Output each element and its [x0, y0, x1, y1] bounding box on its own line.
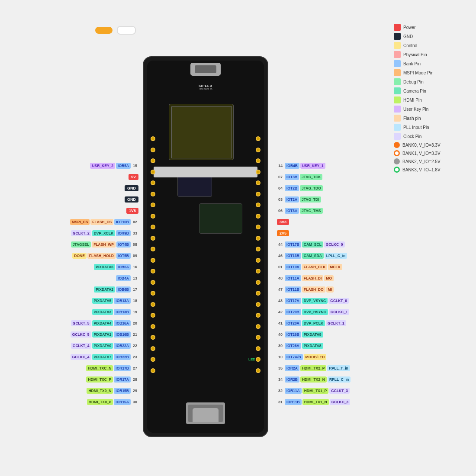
title-area	[95, 26, 381, 35]
left-pin-label-12-1: IOB13A	[114, 298, 131, 304]
title-tang	[95, 27, 113, 34]
left-pin-label-14-0: GCLKT_5	[71, 320, 91, 326]
left-pin-label-4-0: 1V8	[126, 208, 138, 214]
right-pin-hole-5	[256, 192, 261, 196]
right-pin-label-18-0: IOR2A	[285, 365, 299, 371]
left-pin-num-5: 02	[132, 220, 138, 224]
left-pin-hole-7	[151, 214, 155, 219]
left-pin-label-6-0: GCLKT_2	[71, 230, 91, 236]
right-pin-label-17-0: IOT7A/B	[285, 354, 303, 360]
legend-label-12: Clock Pin	[403, 134, 421, 139]
right-pin-label-13-2: GCLKC_1	[329, 309, 350, 315]
left-pin-hole-21	[151, 368, 155, 373]
right-pin-holes	[256, 136, 261, 373]
memory-chip	[199, 203, 242, 234]
right-pin-hole-20	[256, 357, 261, 362]
legend-color-box-11	[394, 124, 401, 131]
right-pin-label-3-0: IOT2A	[285, 196, 299, 203]
left-pin-num-9: 16	[132, 265, 138, 269]
left-pin-hole-18	[151, 335, 155, 340]
title-pinout	[117, 26, 136, 35]
right-pin-num-15: 40	[277, 332, 284, 337]
legend-label-0: Power	[403, 25, 415, 30]
left-pin-label-17-1: PIXDATA7	[92, 354, 113, 360]
right-pin-label-4-1: JTAG_TMS	[300, 208, 323, 214]
left-pin-label-19-1: IOR17A	[114, 376, 131, 383]
right-pin-label-13-0: IOT20B	[285, 309, 301, 315]
legend-item-0: Power	[394, 24, 470, 31]
left-pin-hole-2	[151, 158, 155, 163]
left-pin-row-1: 5V	[4, 171, 138, 183]
right-pin-label-21-0: IOR11B	[285, 399, 302, 405]
right-pin-hole-7	[256, 214, 261, 219]
legend-label-2: Control	[403, 43, 417, 48]
right-pin-label-4-0: IOT3A	[285, 208, 299, 214]
legend-label-6: Debug Pin	[403, 80, 424, 84]
left-pin-label-16-2: IOB22A	[114, 343, 131, 349]
left-pin-hole-15	[151, 302, 155, 307]
legend-color-box-12	[394, 133, 401, 140]
left-pin-label-7-1: FLASH_WP	[92, 241, 116, 248]
right-pin-hole-8	[256, 225, 261, 229]
left-pin-row-14: GCLKT_5PIXDATA4IOB16A20	[4, 318, 138, 329]
left-pin-hole-0	[151, 136, 155, 141]
legend-item-2: Control	[394, 42, 470, 49]
legend-color-box-7	[394, 87, 401, 94]
hdmi-connector	[186, 402, 225, 424]
right-pin-label-18-1: HDMI_TX2_P	[300, 365, 326, 371]
right-pin-num-20: 32	[277, 389, 284, 393]
right-pin-label-21-2: GCLKC_3	[330, 399, 351, 405]
left-pin-hole-4	[151, 180, 155, 185]
left-pin-num-19: 28	[132, 377, 138, 382]
left-pin-label-0-0: USR_KEY_2	[90, 163, 115, 169]
right-pin-label-9-2: MCLK	[328, 264, 342, 270]
right-pin-hole-17	[256, 324, 261, 329]
right-pin-num-14: 41	[277, 321, 284, 325]
legend-color-box-0	[394, 24, 401, 31]
right-pin-label-0-1: USR_KEY_1	[300, 163, 325, 169]
right-pin-label-2-1: JTAG_TDO	[300, 185, 323, 191]
left-pin-label-9-1: IOB6A	[116, 264, 131, 270]
right-pin-label-3-1: JTAG_TDI	[300, 196, 321, 203]
right-pin-num-1: 07	[277, 175, 284, 179]
right-pin-row-15: 40IOT26BPIXDATA9	[277, 329, 454, 340]
right-pin-row-21: 31IOR11BHDMI_TX1_NGCLKC_3	[277, 396, 454, 408]
right-pin-label-8-1: CAM_SDA	[302, 253, 324, 259]
left-pin-hole-8	[151, 225, 155, 229]
left-pin-label-20-0: HDMI_TX0_N	[87, 388, 113, 394]
left-labels-container: USR_KEY_2IOB5A155VGNDGND1V8MSPI_CSFLASH_…	[4, 160, 138, 408]
legend-color-box-2	[394, 42, 401, 49]
left-pin-label-11-0: PIXDATA2	[94, 286, 115, 293]
legend-label-11: PLL Input Pin	[403, 125, 429, 130]
legend-item-8: HDMI Pin	[394, 96, 470, 103]
right-pin-label-1-0: IOT3B	[285, 174, 299, 180]
left-pin-row-19: HDMI_TXC_PIOR17A28	[4, 374, 138, 385]
right-pin-label-12-0: IOT17A	[285, 298, 301, 304]
right-pin-label-20-1: HDMI_TX1_P	[302, 388, 328, 394]
legend-item-4: Bank Pin	[394, 60, 470, 67]
left-pin-label-1-0: 5V	[129, 174, 138, 180]
right-pin-hole-4	[256, 180, 261, 185]
legend-item-9: User Key Pin	[394, 106, 470, 113]
left-pin-row-2: GND	[4, 183, 138, 194]
left-pin-row-11: PIXDATA2IOB6B17	[4, 284, 138, 295]
right-pin-label-15-1: PIXDATA9	[302, 331, 323, 338]
right-pin-row-19: 34IOR2BHDMI_TX2_NRPLL_C_in	[277, 374, 454, 385]
left-pin-row-13: PIXDATA3IOB13B19	[4, 306, 138, 318]
left-pin-num-11: 17	[132, 287, 138, 292]
left-pin-label-14-1: PIXDATA4	[92, 320, 113, 326]
right-pin-row-8: 46IOT13BCAM_SDALPLL_C_in	[277, 250, 454, 261]
left-pin-row-12: PIXDATA5IOB13A18	[4, 295, 138, 306]
left-pin-row-17: GCLKC_4PIXDATA7IOB22B23	[4, 351, 138, 363]
right-pin-label-7-0: IOT17B	[285, 241, 301, 248]
left-pin-row-4: 1V8	[4, 205, 138, 216]
right-pin-num-7: 44	[277, 242, 284, 247]
legend-label-7: Camera Pin	[403, 89, 426, 93]
right-pin-row-2: 04IOT2BJTAG_TDO	[277, 183, 454, 194]
legend-color-box-1	[394, 33, 401, 40]
right-pin-row-4: 06IOT3AJTAG_TMS	[277, 205, 454, 216]
left-pin-row-18: HDMI_TXC_NIOR17B27	[4, 363, 138, 374]
right-pin-row-3: 03IOT2AJTAG_TDI	[277, 194, 454, 205]
left-pin-row-9: PIXDATA6IOB6A16	[4, 261, 138, 273]
right-pin-label-10-0: IOT11A	[285, 275, 301, 281]
